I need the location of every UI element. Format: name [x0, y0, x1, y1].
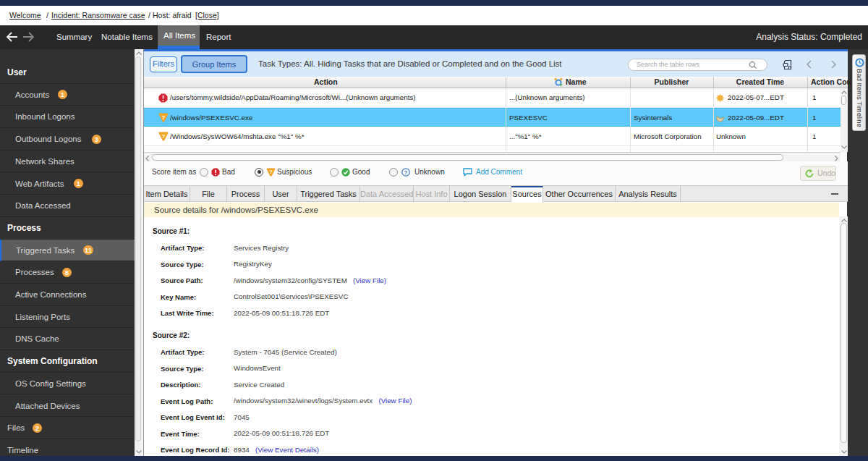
- svg-text:?: ?: [162, 114, 166, 120]
- svg-text:?: ?: [162, 132, 166, 139]
- svg-text:?: ?: [269, 168, 273, 174]
- svg-text:?: ?: [404, 169, 408, 175]
